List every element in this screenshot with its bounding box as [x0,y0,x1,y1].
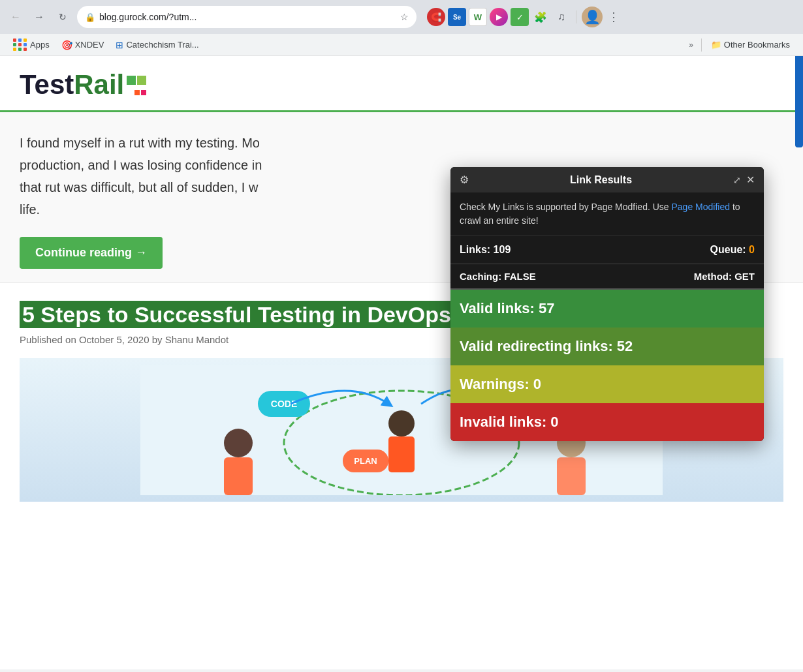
w-extension[interactable]: W [469,8,487,26]
logo-square-4 [141,90,146,95]
popup-caching: Caching: FALSE Method: GET [450,264,764,290]
continue-reading-button[interactable]: Continue reading → [20,237,163,269]
popup-title: Link Results [469,174,733,186]
browser-chrome: ← → ↻ 🔒 blog.gurock.com/?utm... ☆ 🧲 Se W… [0,0,803,56]
svg-rect-11 [388,436,415,472]
logo-test-text: Test [20,69,74,100]
popup-info-text1: Check My Links is supported by Page Modf… [460,202,672,212]
queue-value: 0 [749,244,755,255]
invalid-links-row: Invalid links: 0 [450,403,764,441]
folder-icon: 📁 [711,40,721,50]
other-bookmarks[interactable]: 📁 Other Bookmarks [706,38,795,52]
logo-square-1 [127,76,136,85]
article-2-title-text: 5 Steps to Successful Testing in DevOps [20,301,454,328]
method-stat: Method: GET [694,271,755,282]
extension-icons: 🧲 Se W ▶ ✓ 🧩 ♫ [427,7,622,27]
svg-text:CODE: CODE [271,399,297,409]
bookmarks-more-button[interactable]: » [685,38,697,52]
apps-bookmark[interactable]: Apps [8,37,55,53]
links-label: Links: [460,244,490,255]
svg-point-8 [224,429,253,457]
warnings-row: Warnings: 0 [450,365,764,403]
testrail-header: Test Rail [0,56,803,112]
links-stat: Links: 109 [460,244,511,256]
selenium-extension[interactable]: Se [448,8,466,26]
puzzle-extension[interactable]: 🧩 [531,8,550,26]
method-value: GET [734,271,755,282]
magnet-extension[interactable]: 🧲 [427,8,445,26]
apps-label: Apps [30,40,50,50]
svg-text:PLAN: PLAN [354,456,377,466]
scrollbar-indicator[interactable] [795,56,803,147]
popup-stats: Links: 109 Queue: 0 [450,236,764,264]
queue-stat: Queue: 0 [710,244,755,256]
lock-icon: 🔒 [85,12,95,22]
page-modified-link[interactable]: Page Modified [672,202,731,212]
popup-header: ⚙ Link Results ⤢ ✕ [450,167,764,192]
address-bar[interactable]: 🔒 blog.gurock.com/?utm... ☆ [77,6,417,28]
article-1-text: I found myself in a rut with my testing.… [20,132,437,221]
caching-label: Caching: [460,271,501,282]
popup-gear-icon[interactable]: ⚙ [460,174,469,186]
profile-icon[interactable]: 👤 [582,7,603,27]
bookmarks-separator [701,38,702,52]
page-content: Test Rail I found myself in a rut with m [0,56,803,669]
url-display: blog.gurock.com/?utm... [99,12,396,22]
catechchism-label: Catechchism Trai... [126,40,198,50]
logo-square-2 [137,76,146,85]
valid-redirect-row: Valid redirecting links: 52 [450,328,764,365]
invalid-links-text: Invalid links: 0 [460,414,559,430]
music-extension[interactable]: ♫ [552,8,571,26]
svg-rect-13 [557,457,586,495]
queue-label: Queue: [710,244,746,255]
bookmark-star-icon[interactable]: ☆ [400,12,409,22]
svg-rect-9 [224,457,253,495]
link-results-popup: ⚙ Link Results ⤢ ✕ Check My Links is sup… [450,167,764,441]
logo-icon-group [127,74,146,95]
popup-expand-icon[interactable]: ⤢ [733,175,741,185]
catechchism-bookmark[interactable]: ⊞ Catechchism Trai... [110,38,204,52]
popup-info: Check My Links is supported by Page Modf… [450,192,764,236]
reload-button[interactable]: ↻ [54,8,72,26]
logo-square-3 [134,90,140,95]
back-button[interactable]: ← [7,8,25,26]
catechchism-favicon: ⊞ [116,40,123,50]
browser-toolbar: ← → ↻ 🔒 blog.gurock.com/?utm... ☆ 🧲 Se W… [0,0,803,34]
testrail-logo: Test Rail [20,69,783,100]
bookmarks-bar: Apps 🎯 XNDEV ⊞ Catechchism Trai... » 📁 O… [0,34,803,56]
other-bookmarks-label: Other Bookmarks [724,40,790,50]
method-label: Method: [694,271,732,282]
popup-close-icon[interactable]: ✕ [746,174,755,186]
svg-point-10 [388,410,415,436]
toolbar-separator [576,10,576,23]
valid-redirect-text: Valid redirecting links: 52 [460,338,633,354]
play-extension[interactable]: ▶ [490,8,508,26]
check-extension[interactable]: ✓ [511,8,529,26]
valid-links-row: Valid links: 57 [450,290,764,328]
caching-stat: Caching: FALSE [460,271,536,282]
browser-menu-button[interactable]: ⋮ [605,7,622,27]
links-value: 109 [494,244,511,255]
xndev-bookmark[interactable]: 🎯 XNDEV [56,38,110,52]
warnings-text: Warnings: 0 [460,376,541,392]
apps-grid-icon [13,38,27,51]
caching-value: FALSE [504,271,535,282]
forward-button[interactable]: → [30,8,48,26]
xndev-label: XNDEV [75,40,104,50]
xndev-favicon: 🎯 [61,40,72,50]
valid-links-text: Valid links: 57 [460,300,555,316]
logo-rail-text: Rail [74,69,124,100]
